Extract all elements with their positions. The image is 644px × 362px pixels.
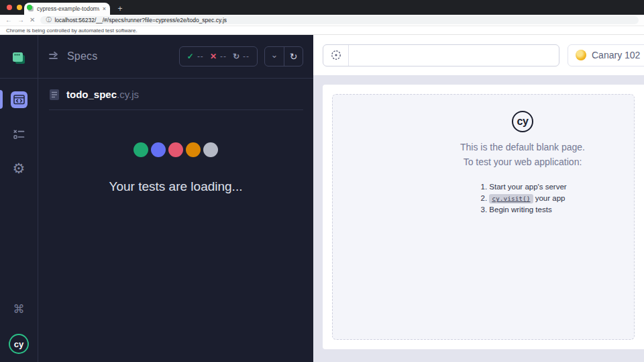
browser-url: localhost:56232/__/#/specs/runner?file=c… [54, 17, 227, 24]
specs-panel-title: Specs [67, 50, 172, 62]
default-blank-page: cy This is the default blank page. To te… [332, 94, 635, 340]
aut-viewport: cy This is the default blank page. To te… [313, 76, 644, 362]
step-cy-visit: cy.visit() your app [489, 194, 566, 202]
chevron-down-icon: ⌄ [271, 52, 278, 58]
stat-passed-value: -- [197, 52, 204, 61]
spec-actions: ⌄ ↻ [264, 46, 303, 66]
aut-url-input[interactable] [349, 45, 559, 66]
sidebar-divider [0, 78, 38, 79]
blank-page-content: cy This is the default blank page. To te… [439, 111, 606, 217]
keyboard-shortcuts-button[interactable]: ⌘ [0, 293, 38, 324]
close-window-button[interactable] [7, 5, 12, 10]
specs-panel: Specs ✓ -- ✕ -- ↻ -- [38, 35, 313, 362]
aut-url-bar [323, 44, 559, 66]
check-icon: ✓ [187, 52, 194, 60]
sidebar-item-settings[interactable]: ⚙ [0, 152, 38, 183]
refresh-icon: ↻ [290, 52, 298, 61]
rerun-tests-button[interactable]: ↻ [284, 47, 303, 66]
browser-selector-label: Canary 102 [592, 50, 640, 60]
screen: cypress-example-todomvc × + ← → ✕ ⓘ loca… [0, 0, 644, 362]
loading-area: Your tests are loading... [38, 110, 313, 362]
command-icon: ⌘ [13, 302, 25, 316]
step-write-tests: Begin writing tests [489, 206, 566, 214]
browser-address-bar[interactable]: ⓘ localhost:56232/__/#/specs/runner?file… [40, 16, 639, 24]
specs-code-icon [10, 91, 28, 109]
spec-file-icon [49, 89, 60, 101]
selector-playground-button[interactable] [323, 45, 349, 66]
sidebar-item-runs[interactable] [0, 119, 38, 150]
forward-icon[interactable]: → [17, 17, 24, 24]
sidebar-item-specs[interactable] [0, 84, 38, 115]
site-info-icon[interactable]: ⓘ [46, 17, 51, 23]
stat-failed: ✕ -- [210, 52, 227, 61]
back-icon[interactable]: ← [5, 17, 12, 24]
maximize-window-button[interactable] [27, 5, 32, 10]
automation-notification-text: Chrome is being controlled by automated … [6, 28, 138, 34]
collapse-specs-icon[interactable] [48, 51, 60, 62]
collapse-tests-button[interactable]: ⌄ [265, 47, 284, 66]
runner-header: Canary 102 ⌄ [313, 35, 644, 76]
chrome-canary-icon [576, 50, 586, 60]
cypress-logo[interactable]: cy [9, 334, 29, 354]
running-icon: ↻ [233, 52, 239, 60]
blank-page-heading-line1: This is the default blank page. [439, 140, 606, 155]
runs-list-icon [12, 128, 25, 141]
cypress-logo-text: cy [14, 339, 23, 349]
runner-panel: Canary 102 ⌄ cy This is the default blan… [313, 35, 644, 362]
e2e-testing-icon [10, 50, 28, 67]
window-traffic-lights[interactable] [7, 5, 32, 10]
loading-dot [168, 142, 183, 157]
crosshair-icon [330, 49, 342, 61]
browser-toolbar: ← → ✕ ⓘ localhost:56232/__/#/specs/runne… [0, 15, 644, 26]
run-stats: ✓ -- ✕ -- ↻ -- [179, 46, 258, 66]
loading-dot [133, 142, 148, 157]
loading-dot [151, 142, 166, 157]
cross-icon: ✕ [210, 52, 217, 60]
cy-visit-code-link[interactable]: cy.visit() [489, 194, 533, 203]
sidebar: ⚙ ⌘ cy [0, 35, 38, 362]
gear-icon: ⚙ [13, 161, 25, 175]
step-start-server: Start your app's server [489, 183, 566, 191]
blank-page-heading: This is the default blank page. To test … [439, 140, 606, 169]
browser-tab[interactable]: cypress-example-todomvc × [24, 3, 110, 15]
cypress-app: ⚙ ⌘ cy Specs ✓ [0, 35, 644, 362]
loading-dot [203, 142, 218, 157]
specs-panel-header: Specs ✓ -- ✕ -- ↻ -- [38, 35, 313, 79]
loading-message: Your tests are loading... [109, 179, 243, 194]
stat-failed-value: -- [220, 52, 227, 61]
cypress-logo-large: cy [512, 111, 533, 132]
loading-dots [133, 142, 218, 157]
stat-passed: ✓ -- [187, 52, 204, 61]
stat-pending: ↻ -- [233, 52, 250, 61]
tab-title: cypress-example-todomvc [37, 5, 99, 12]
aut-page: cy This is the default blank page. To te… [323, 85, 644, 349]
new-tab-button[interactable]: + [114, 3, 126, 14]
browser-tab-strip: cypress-example-todomvc × + [0, 0, 644, 15]
tab-close-icon[interactable]: × [103, 6, 106, 12]
spec-file-name: todo_spec.cy.js [66, 89, 139, 101]
stop-icon[interactable]: ✕ [30, 17, 35, 24]
stat-pending-value: -- [243, 52, 250, 61]
spec-file-row[interactable]: todo_spec.cy.js [38, 79, 313, 110]
sidebar-item-testing-type[interactable] [0, 43, 38, 74]
browser-selector-button[interactable]: Canary 102 ⌄ [568, 44, 644, 66]
blank-page-steps: Start your app's server cy.visit() your … [478, 179, 566, 217]
automation-notification-bar: Chrome is being controlled by automated … [0, 26, 644, 35]
loading-dot [186, 142, 201, 157]
minimize-window-button[interactable] [17, 5, 22, 10]
blank-page-heading-line2: To test your web application: [439, 155, 606, 170]
